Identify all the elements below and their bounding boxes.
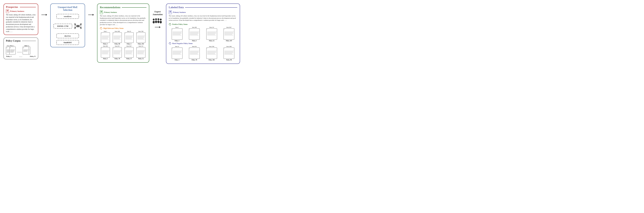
svg-point-12 [100,28,101,28]
expert-arrow [155,26,160,28]
primary-business-header: Primary business [6,9,36,13]
tag-icon-green [169,23,171,26]
prospectus-section: Prospectus Primary business The issuer, … [4,4,38,59]
corpus-title: Policy Corpus [6,40,36,42]
prospectus-box: Prospectus Primary business The issuer, … [4,4,38,35]
rec-item-134: Item 134 • Policy 52 [135,46,146,60]
svg-point-16 [155,20,157,23]
pos-item-1: Item 1 • Policy 1 [169,26,186,42]
positive-items-grid: Item 1 • Policy 1 Item 308 [169,26,237,42]
svg-point-19 [160,18,162,20]
rec-items-row2: Item 308 • Policy 5 Item 934 [100,46,146,60]
corpus-ellipsis: …… [17,50,22,53]
people-icon [152,18,163,24]
corpus-doc-group: Item 32 [22,45,29,54]
moe-center-row: ERNIE-CTM [54,21,82,31]
expert-people [152,18,163,24]
ernie-ctm-box: ERNIE-CTM [54,24,72,28]
svg-point-17 [158,18,159,20]
svg-point-18 [158,20,160,23]
simbert-box: SimBERT [56,40,79,45]
moe-section: Unsupervised MoE Selection word2vec ERNI… [50,4,85,47]
rec-item-308: Item 308 • Policy 5 [100,46,111,60]
svg-point-14 [153,21,155,24]
arrow-2 [88,14,94,16]
pos-item-5827: Item 5827 • Policy 107 [221,26,238,42]
main-container: Prospectus Primary business The issuer, … [4,4,240,64]
svg-point-15 [155,18,157,20]
policy-corpus-box: Policy Corpus Item 308 [4,38,38,59]
doc2vec-box: doc2vec [56,34,79,38]
rec-text: The issuer, taking cell culture medium, … [100,15,146,26]
rec-item-1: Item 1 • Policy 1 [100,31,111,45]
hard-neg-label-header: Hard Negative Policy Items [169,42,237,45]
rec-high-relevant-header: High Relevant Policy Items [100,27,146,30]
labeled-doc-icon [169,10,172,14]
rec-doc-icon [100,10,103,14]
expert-section: ExpertAnnotation [152,10,163,28]
labeled-title: Labeled Data [169,6,237,9]
arrow-1 [42,14,47,16]
corpus-doc-shadow: Item 1 [10,45,16,54]
neg-item-934: Item 934 • Policy 78 [186,46,203,61]
rec-items-row1: Item 1 • Policy 1 Item 1608 [100,31,146,45]
positive-label-header: Positive Policy Items [169,23,237,26]
rec-title: Recommendations [100,6,146,9]
prospectus-title: Prospectus [6,6,36,8]
svg-point-8 [80,24,82,25]
moe-models: word2vec ERNIE-CTM [54,14,82,45]
neg-item-1608: Item 1608 • Policy 98 [221,46,238,61]
svg-line-3 [75,26,77,28]
rec-item-5827: Item 5827 • Policy 17 [124,46,135,60]
prospectus-text: The issuer, taking cell culture medium, … [6,14,36,33]
hard-neg-items-grid: Item 32 • Policy 1 Item 934 [169,46,237,61]
rec-item-32: Item 32 • Policy 1 [124,31,135,45]
svg-point-9 [80,27,82,29]
labeled-primary-header: Primary business [169,10,237,14]
tag-icon-orange [100,27,102,30]
svg-line-5 [79,26,81,28]
svg-point-22 [169,43,170,43]
rec-item-934: Item 934 • Policy 78 [112,46,123,60]
svg-line-2 [75,24,77,26]
svg-point-7 [74,27,76,29]
corpus-docs: Item 308 Item [6,44,36,54]
word2vec-box: word2vec [56,14,79,19]
pos-item-134: Item 134 • Policy 52 [203,26,220,42]
rec-item-1608: Item 1608 • Policy 98 [112,31,123,45]
neural-icon [74,21,82,31]
pos-item-308: Item 308 • Policy 5 [186,26,203,42]
svg-line-4 [79,24,81,26]
svg-point-20 [160,21,162,24]
svg-point-1 [78,26,78,26]
doc-icon-red [6,9,9,13]
moe-title: Unsupervised MoE Selection [54,6,82,12]
svg-point-6 [74,24,76,25]
labeled-text: The issuer, taking cell culture medium, … [169,15,237,22]
tag-icon-purple [169,42,171,45]
expert-label: ExpertAnnotation [152,10,163,16]
svg-point-21 [169,24,170,24]
neg-item-7402: Item 7402 • Policy 501 [203,46,220,61]
svg-point-13 [153,18,155,20]
rec-item-7402: Item 7402 • Policy 501 [135,31,146,45]
labeled-section: Labeled Data Primary business The issuer… [166,4,240,64]
recommendations-section: Recommendations Primary business The iss… [97,4,149,63]
rec-primary-header: Primary business [100,10,146,14]
corpus-labels: Policy 1 …… Policy N [6,56,36,57]
neg-item-32: Item 32 • Policy 1 [169,46,186,61]
